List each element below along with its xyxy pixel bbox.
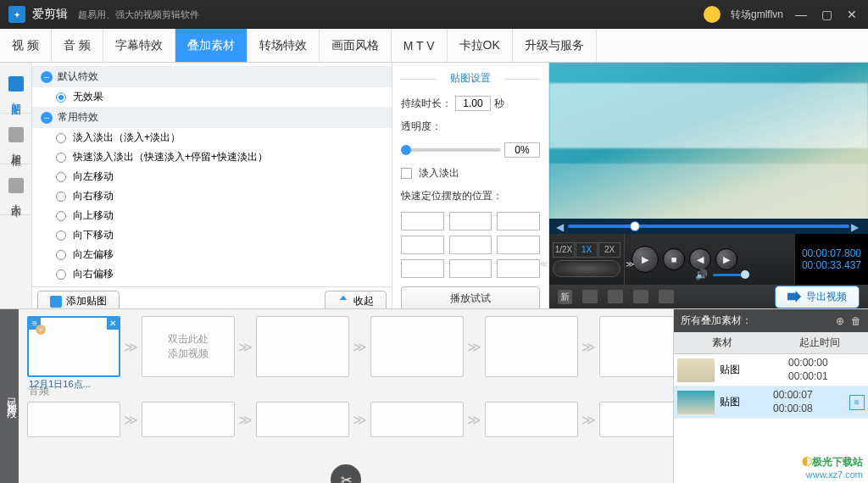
pos-cell[interactable] [497, 259, 540, 278]
opacity-input[interactable] [504, 142, 540, 158]
category-default[interactable]: –默认特效 [32, 66, 392, 87]
empty-clip[interactable] [599, 316, 673, 377]
empty-clip[interactable] [485, 316, 578, 377]
audio-slot[interactable] [27, 402, 120, 437]
tab-mtv[interactable]: M T V [392, 29, 448, 62]
effect-item[interactable]: 淡入淡出（淡入+淡出） [32, 128, 392, 147]
new-badge[interactable]: 新 [558, 290, 572, 304]
effect-item[interactable]: 快速淡入淡出（快速淡入+停留+快速淡出） [32, 147, 392, 167]
jog-wheel[interactable] [553, 260, 620, 277]
locate-icon[interactable]: ⊕ [836, 315, 844, 327]
effect-item[interactable]: 无效果 [32, 87, 392, 107]
pos-cell[interactable] [449, 236, 492, 254]
row-more-icon[interactable]: ≡ [849, 395, 865, 410]
col-time: 起止时间 [771, 332, 869, 353]
clip-close-icon[interactable]: ✕ [107, 318, 119, 330]
audio-slot[interactable] [142, 402, 235, 437]
save-icon[interactable] [608, 290, 623, 303]
speed-one[interactable]: 1X [576, 242, 598, 258]
effect-item[interactable]: 向左偏移 [32, 245, 392, 264]
scrub-bar[interactable]: ◀ ▶ [549, 219, 868, 234]
scrub-left-icon[interactable]: ◀ [556, 221, 566, 231]
effect-item[interactable]: 向左移动 [32, 167, 392, 186]
clip-name: 12月1日16点... [29, 378, 119, 391]
add-clip-slot[interactable]: 双击此处 添加视频 [142, 316, 235, 377]
jog-rewind-icon[interactable]: ≪ [537, 259, 549, 271]
export-video-button[interactable]: 导出视频 [775, 286, 860, 308]
settings-icon[interactable] [633, 290, 648, 303]
pos-cell[interactable] [497, 236, 540, 254]
main-tabs: 视 频 音 频 字幕特效 叠加素材 转场特效 画面风格 M T V 卡拉OK 升… [0, 29, 868, 63]
maximize-button[interactable]: ▢ [819, 8, 834, 21]
pos-cell[interactable] [401, 236, 444, 254]
delete-icon[interactable]: 🗑 [851, 315, 861, 327]
tool-remove-watermark[interactable]: 去水印 [0, 164, 31, 215]
sticker-settings: 贴图设置 持续时长：秒 透明度： 淡入淡出 快速定位摆放的位置： 播放试试 [392, 63, 549, 315]
opacity-label: 透明度： [401, 120, 442, 132]
overlay-list-panel: 所有叠加素材： ⊕🗑 素材起止时间 贴图 00:00:0000:00:01 贴图… [673, 309, 868, 483]
stop-button[interactable]: ■ [663, 248, 685, 270]
volume-icon[interactable]: 🔊 [695, 269, 708, 280]
audio-slot[interactable] [599, 402, 673, 437]
row-thumb [677, 391, 715, 414]
tab-style[interactable]: 画面风格 [320, 29, 392, 62]
share-icon[interactable] [659, 290, 674, 303]
tab-karaoke[interactable]: 卡拉OK [448, 29, 513, 62]
user-label[interactable]: 转场gmlflvn [731, 8, 783, 22]
open-icon[interactable] [582, 290, 598, 303]
user-avatar-icon[interactable] [704, 6, 721, 23]
speed-half[interactable]: 1/2X [553, 242, 575, 258]
overlay-row[interactable]: 贴图 00:00:0000:00:01 [674, 354, 868, 386]
tool-add-frame[interactable]: 加相框 [0, 114, 31, 164]
tab-upgrade[interactable]: 升级与服务 [513, 29, 597, 62]
audio-slot[interactable] [370, 402, 464, 437]
pos-cell[interactable] [497, 212, 540, 230]
pos-cell[interactable] [449, 212, 492, 230]
speed-panel: 1/2X 1X 2X ≪ ≫ [549, 234, 625, 285]
timeline: ≡ ✕ 12月1日16点... ≫ 双击此处 添加视频 ≫ ≫ ≫ ≫ 音频 ≫… [19, 309, 673, 483]
effect-item[interactable]: 向上移动 [32, 206, 392, 225]
effect-item[interactable]: 向右偏移 [32, 264, 392, 284]
export-icon [787, 291, 801, 303]
empty-clip[interactable] [256, 316, 349, 377]
minimize-button[interactable]: — [793, 8, 809, 21]
tab-audio[interactable]: 音 频 [52, 29, 103, 62]
volume-row: 🔊 [695, 266, 749, 283]
audio-slot[interactable] [256, 402, 349, 437]
tool-add-sticker[interactable]: 加贴图 [0, 63, 31, 114]
tab-video[interactable]: 视 频 [0, 29, 52, 62]
close-button[interactable]: ✕ [844, 8, 860, 21]
radio-icon [56, 92, 66, 103]
effect-item[interactable]: 向下移动 [32, 225, 392, 245]
settings-header: 贴图设置 [401, 71, 540, 86]
effect-item[interactable]: 向右移动 [32, 186, 392, 206]
bottom-tab[interactable]: 已添加片段 [0, 309, 19, 483]
video-clip[interactable]: ≡ ✕ 12月1日16点... [27, 316, 120, 377]
scissors-button[interactable]: ✂ [331, 464, 361, 483]
volume-slider[interactable] [713, 274, 749, 276]
tab-overlay[interactable]: 叠加素材 [175, 29, 248, 62]
position-grid [401, 212, 540, 278]
play-test-button[interactable]: 播放试试 [401, 286, 540, 311]
scrub-right-icon[interactable]: ▶ [851, 221, 861, 231]
jog-forward-icon[interactable]: ≫ [624, 259, 636, 271]
quickpos-label: 快速定位摆放的位置： [401, 189, 540, 203]
speed-two[interactable]: 2X [598, 242, 620, 258]
pos-cell[interactable] [449, 259, 492, 278]
duration-input[interactable] [455, 96, 491, 111]
tab-subtitle[interactable]: 字幕特效 [103, 29, 175, 62]
audio-slot[interactable] [485, 402, 578, 437]
pos-cell[interactable] [401, 259, 444, 278]
overlay-row[interactable]: 贴图 00:00:0700:00:08 ≡ [674, 386, 868, 419]
empty-clip[interactable] [370, 316, 464, 377]
tab-transition[interactable]: 转场特效 [248, 29, 320, 62]
app-tagline: 超易用、强大的视频剪辑软件 [78, 8, 199, 21]
fade-checkbox[interactable] [401, 168, 412, 179]
timecode: 00:00:07.800 00:00:33.437 [794, 234, 868, 285]
scrub-knob[interactable] [630, 221, 640, 231]
opacity-slider[interactable] [401, 148, 501, 152]
toolbar-shelf: 新 导出视频 [549, 285, 868, 308]
watermark-icon [8, 178, 24, 193]
pos-cell[interactable] [401, 212, 444, 230]
category-common[interactable]: –常用特效 [32, 107, 392, 128]
